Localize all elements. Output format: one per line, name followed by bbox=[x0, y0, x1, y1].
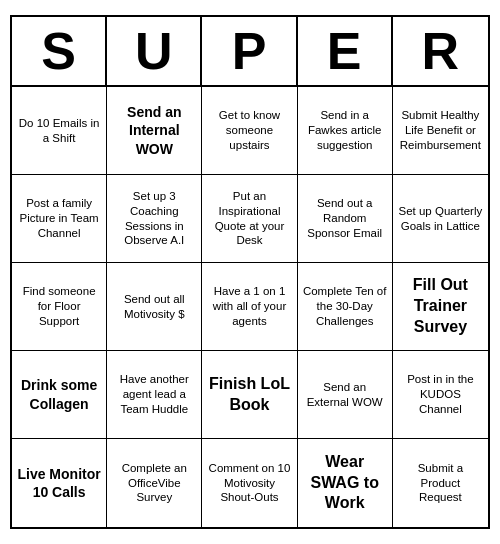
bingo-cell[interactable]: Find someone for Floor Support bbox=[12, 263, 107, 351]
header-letter: P bbox=[202, 17, 297, 85]
bingo-cell[interactable]: Complete an OfficeVibe Survey bbox=[107, 439, 202, 527]
bingo-cell[interactable]: Have a 1 on 1 with all of your agents bbox=[202, 263, 297, 351]
bingo-cell[interactable]: Send an Internal WOW bbox=[107, 87, 202, 175]
bingo-grid: Do 10 Emails in a ShiftSend an Internal … bbox=[12, 87, 488, 527]
bingo-cell[interactable]: Post in in the KUDOS Channel bbox=[393, 351, 488, 439]
bingo-cell[interactable]: Live Monitor 10 Calls bbox=[12, 439, 107, 527]
bingo-cell[interactable]: Put an Inspirational Quote at your Desk bbox=[202, 175, 297, 263]
bingo-cell[interactable]: Comment on 10 Motivosity Shout-Outs bbox=[202, 439, 297, 527]
bingo-cell[interactable]: Have another agent lead a Team Huddle bbox=[107, 351, 202, 439]
bingo-cell[interactable]: Finish LoL Book bbox=[202, 351, 297, 439]
bingo-cell[interactable]: Fill Out Trainer Survey bbox=[393, 263, 488, 351]
bingo-cell[interactable]: Get to know someone upstairs bbox=[202, 87, 297, 175]
bingo-cell[interactable]: Send out a Random Sponsor Email bbox=[298, 175, 393, 263]
header-letter: R bbox=[393, 17, 488, 85]
header-letter: E bbox=[298, 17, 393, 85]
bingo-cell[interactable]: Post a family Picture in Team Channel bbox=[12, 175, 107, 263]
header-letter: U bbox=[107, 17, 202, 85]
bingo-cell[interactable]: Set up 3 Coaching Sessions in Observe A.… bbox=[107, 175, 202, 263]
bingo-cell[interactable]: Submit Healthy Life Benefit or Reimburse… bbox=[393, 87, 488, 175]
bingo-card: SUPER Do 10 Emails in a ShiftSend an Int… bbox=[10, 15, 490, 529]
bingo-cell[interactable]: Complete Ten of the 30-Day Challenges bbox=[298, 263, 393, 351]
bingo-cell[interactable]: Set up Quarterly Goals in Lattice bbox=[393, 175, 488, 263]
bingo-header: SUPER bbox=[12, 17, 488, 87]
bingo-cell[interactable]: Do 10 Emails in a Shift bbox=[12, 87, 107, 175]
bingo-cell[interactable]: Wear SWAG to Work bbox=[298, 439, 393, 527]
bingo-cell[interactable]: Submit a Product Request bbox=[393, 439, 488, 527]
header-letter: S bbox=[12, 17, 107, 85]
bingo-cell[interactable]: Send in a Fawkes article suggestion bbox=[298, 87, 393, 175]
bingo-cell[interactable]: Drink some Collagen bbox=[12, 351, 107, 439]
bingo-cell[interactable]: Send an External WOW bbox=[298, 351, 393, 439]
bingo-cell[interactable]: Send out all Motivosity $ bbox=[107, 263, 202, 351]
